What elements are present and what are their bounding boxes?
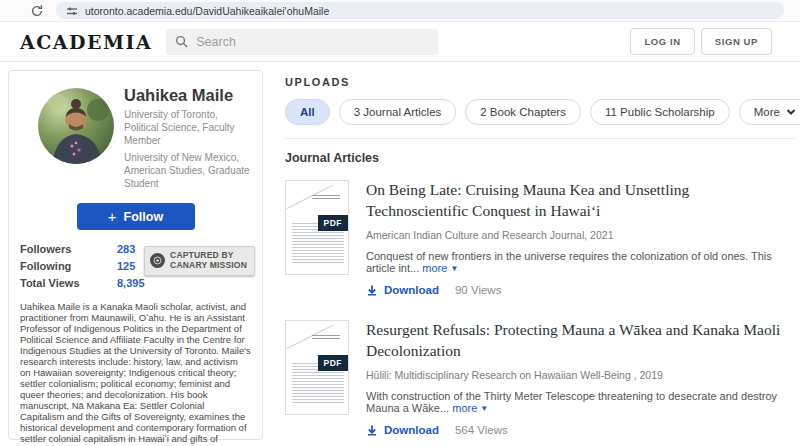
pdf-badge: PDF xyxy=(318,215,349,231)
follow-button[interactable]: + Follow xyxy=(77,203,195,230)
more-link[interactable]: more xyxy=(452,402,477,414)
affiliation-1: University of Toronto, Political Science… xyxy=(124,108,251,148)
search-box[interactable] xyxy=(166,29,438,55)
site-header: ACADEMIA LOG IN SIGN UP xyxy=(0,22,800,62)
article-thumbnail[interactable]: PDF xyxy=(285,180,349,275)
article-excerpt: Conquest of new frontiers in the univers… xyxy=(366,250,794,274)
download-icon xyxy=(366,424,378,436)
more-link[interactable]: more xyxy=(422,262,447,274)
reload-icon[interactable] xyxy=(30,4,44,18)
follow-label: Follow xyxy=(124,210,164,224)
views-count: 564 Views xyxy=(455,424,508,436)
journal-articles-heading: Journal Articles xyxy=(285,151,795,165)
canary-camera-icon xyxy=(150,253,165,268)
plus-icon: + xyxy=(108,209,117,224)
pdf-badge: PDF xyxy=(318,355,349,371)
profile-card: Uahikea Maile University of Toronto, Pol… xyxy=(8,70,263,440)
article-excerpt: With construction of the Thirty Meter Te… xyxy=(366,390,794,414)
thumb-title-lines xyxy=(312,195,340,201)
tab-all[interactable]: All xyxy=(285,99,330,125)
excerpt-text: With construction of the Thirty Meter Te… xyxy=(366,390,777,414)
article-row: PDF Resurgent Refusals: Protecting Mauna… xyxy=(285,320,795,436)
browser-toolbar: utoronto.academia.edu/DavidUahikeaikalei… xyxy=(0,0,800,22)
avatar[interactable] xyxy=(38,88,114,164)
login-button[interactable]: LOG IN xyxy=(630,28,694,55)
article-row: PDF On Being Late: Cruising Mauna Kea an… xyxy=(285,180,795,296)
tab-book-chapters[interactable]: 2 Book Chapters xyxy=(465,99,581,125)
article-title[interactable]: On Being Late: Cruising Mauna Kea and Un… xyxy=(366,180,794,222)
watermark-line1: CAPTURED BY xyxy=(170,250,234,260)
more-caret-icon[interactable]: ▼ xyxy=(450,264,458,273)
stat-label: Following xyxy=(20,260,117,272)
site-info-icon[interactable] xyxy=(66,5,78,17)
tab-public-scholarship[interactable]: 11 Public Scholarship xyxy=(590,99,730,125)
page: utoronto.academia.edu/DavidUahikeaikalei… xyxy=(0,0,800,446)
stat-total-views: Total Views 8,395 xyxy=(20,277,251,289)
thumb-title-lines xyxy=(312,335,340,341)
profile-name: Uahikea Maile xyxy=(124,86,251,105)
article-title[interactable]: Resurgent Refusals: Protecting Mauna a W… xyxy=(366,320,794,362)
canary-mission-watermark: CAPTURED BY CANARY MISSION xyxy=(144,246,255,276)
uploads-section: UPLOADS All 3 Journal Articles 2 Book Ch… xyxy=(285,62,795,446)
affiliation-2: University of New Mexico, American Studi… xyxy=(124,151,251,191)
stat-value[interactable]: 283 xyxy=(117,243,135,255)
uploads-title: UPLOADS xyxy=(285,76,795,88)
views-count: 90 Views xyxy=(455,284,501,296)
stat-value[interactable]: 125 xyxy=(117,260,135,272)
search-input[interactable] xyxy=(196,35,416,49)
article-journal: Hūlili: Multidisciplinary Research on Ha… xyxy=(366,369,794,381)
article-journal: American Indian Culture and Research Jou… xyxy=(366,229,794,241)
stat-label: Followers xyxy=(20,243,117,255)
divider xyxy=(285,138,795,139)
download-link[interactable]: Download xyxy=(384,284,439,296)
more-caret-icon[interactable]: ▼ xyxy=(480,404,488,413)
tab-more[interactable]: More xyxy=(739,99,800,125)
signup-button[interactable]: SIGN UP xyxy=(701,28,772,55)
watermark-line2: CANARY MISSION xyxy=(170,260,247,270)
url-text: utoronto.academia.edu/DavidUahikeaikalei… xyxy=(85,5,329,17)
download-link[interactable]: Download xyxy=(384,424,439,436)
chevron-down-icon xyxy=(786,107,796,117)
address-bar[interactable]: utoronto.academia.edu/DavidUahikeaikalei… xyxy=(56,2,784,19)
stat-value: 8,395 xyxy=(117,277,145,289)
tab-journal-articles[interactable]: 3 Journal Articles xyxy=(339,99,457,125)
stat-label: Total Views xyxy=(20,277,117,289)
profile-stats: Followers 283 Following 125 Total Views … xyxy=(20,243,251,289)
search-icon xyxy=(175,35,188,48)
download-icon xyxy=(366,284,378,296)
profile-bio: Uahikea Maile is a Kanaka Maoli scholar,… xyxy=(20,301,251,446)
uploads-filter-tabs: All 3 Journal Articles 2 Book Chapters 1… xyxy=(285,99,795,125)
avatar-photo-icon xyxy=(38,88,114,164)
academia-logo[interactable]: ACADEMIA xyxy=(20,31,152,53)
article-thumbnail[interactable]: PDF xyxy=(285,320,349,415)
more-label: More xyxy=(754,106,780,118)
